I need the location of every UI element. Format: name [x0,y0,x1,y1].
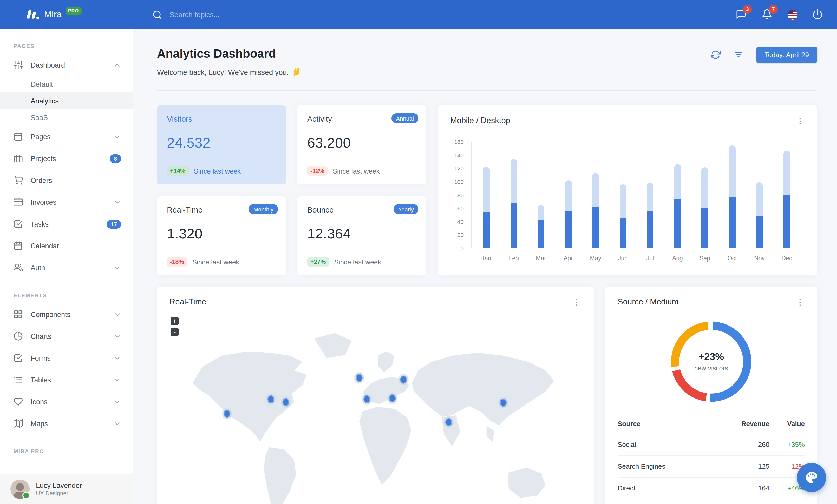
stat-card-activity: Activity Annual 63.200 -12%Since last we… [297,106,426,184]
sidebar-item-charts[interactable]: Charts [0,325,132,347]
column-header-source: Source [618,417,713,434]
welcome-message: Welcome back, Lucy! We've missed you. [157,67,302,77]
sidebar-item-projects[interactable]: Projects 8 [0,148,132,169]
chart-title: Mobile / Desktop [450,116,510,125]
sidebar-item-invoices[interactable]: Invoices [0,191,132,213]
main-content: Analytics Dashboard Welcome back, Lucy! … [132,29,837,504]
palette-icon [805,471,818,484]
sidebar-item-dashboard[interactable]: Dashboard [0,54,132,76]
user-name: Lucy Lavender [36,481,82,490]
chart-menu-button[interactable] [796,116,806,126]
sidebar-item-icons[interactable]: Icons [0,391,132,413]
x-axis-label: Nov [754,255,765,261]
x-axis-label: Sep [699,255,710,261]
online-status-dot [22,491,30,499]
map-marker[interactable] [224,410,230,417]
sidebar-item-pages[interactable]: Pages [0,126,132,148]
sidebar-user[interactable]: Lucy Lavender UX Designer [0,474,132,504]
y-axis-tick: 60 [458,205,464,211]
tasks-count-badge: 17 [107,220,121,228]
sidebar-item-forms[interactable]: Forms [0,347,132,369]
sidebar-item-label: Charts [31,332,52,340]
sidebar-item-label: Components [31,311,70,318]
stat-note: Since last week [192,258,239,266]
realtime-map-card: Real-Time + - [157,287,594,504]
bar-jan: Jan [483,142,490,248]
refresh-icon [710,50,720,60]
chevron-down-icon [113,133,121,141]
y-axis-tick: 100 [454,179,464,185]
filter-button[interactable] [733,49,745,60]
bar-jul: Jul [647,142,654,248]
notifications-button[interactable]: 7 [762,9,773,20]
messages-button[interactable]: 3 [736,9,747,20]
map-marker[interactable] [268,396,274,403]
pro-badge: PRO [66,7,82,15]
x-axis-label: Aug [672,255,683,261]
sidebar-subitem-default[interactable]: Default [0,76,132,93]
sliders-icon [14,60,23,70]
kebab-menu-icon [796,116,805,126]
map-marker[interactable] [400,376,407,383]
x-axis-label: Jun [618,255,628,261]
sidebar-item-label: Auth [31,264,45,272]
y-axis-tick: 20 [458,232,464,238]
map-marker[interactable] [389,395,395,402]
y-axis-tick: 140 [454,152,464,158]
calendar-icon [14,241,23,250]
donut-chart: +23% new visitors [667,318,755,405]
map-icon [14,419,23,428]
layout-icon [14,132,23,141]
source-cell: Direct [618,477,713,499]
sidebar-item-calendar[interactable]: Calendar [0,235,132,257]
y-axis-tick: 0 [461,245,464,251]
sidebar-item-label: Calendar [31,242,59,250]
brand[interactable]: Mira PRO [0,10,132,20]
map-zoom-in-button[interactable]: + [171,317,179,325]
bar-chart-plot: JanFebMarAprMayJunJulAugSepOctNovDec [471,142,804,248]
date-range-button[interactable]: Today: April 29 [756,47,817,63]
revenue-cell: 260 [713,434,769,455]
navbar-actions: 3 7 [736,9,837,20]
sidebar-subitem-saas[interactable]: SaaS [0,109,132,126]
stat-card-bounce: Bounce Yearly 12.364 +27%Since last week [297,197,426,275]
search-bar [152,10,285,19]
map-marker[interactable] [356,374,362,381]
sidebar-item-tables[interactable]: Tables [0,369,132,391]
theme-settings-button[interactable] [797,463,826,492]
sidebar-item-components[interactable]: Components [0,303,132,325]
sidebar-item-maps[interactable]: Maps [0,413,132,434]
map-marker[interactable] [364,396,370,403]
source-menu-button[interactable] [796,297,806,307]
sidebar-item-orders[interactable]: Orders [0,169,132,191]
sidebar-nav: PAGES Dashboard Default Analytics SaaS P… [0,29,132,474]
kebab-menu-icon [796,298,805,307]
power-icon [812,9,823,20]
x-axis-label: Mar [536,255,546,261]
header-divider [157,90,817,91]
map-menu-button[interactable] [572,297,582,307]
language-us-flag-icon[interactable] [788,10,798,19]
world-map[interactable]: + - [162,315,588,504]
stat-delta-badge: +27% [307,257,329,266]
sidebar-subitem-analytics[interactable]: Analytics [0,93,132,109]
sidebar-item-auth[interactable]: Auth [0,257,132,279]
section-label-elements: ELEMENTS [14,292,132,298]
map-marker[interactable] [446,418,452,426]
chevron-down-icon [113,311,121,318]
chevron-down-icon [113,198,121,206]
sidebar-item-label: Invoices [31,198,56,206]
kebab-menu-icon [572,298,581,307]
map-zoom-out-button[interactable]: - [171,328,179,336]
stat-period-badge: Annual [391,113,418,123]
map-marker[interactable] [500,399,506,406]
x-axis-label: Feb [509,255,519,261]
refresh-button[interactable] [710,49,722,60]
sidebar-item-tasks[interactable]: Tasks 17 [0,213,132,235]
shopping-cart-icon [14,175,23,185]
search-input[interactable] [168,10,285,19]
sign-out-button[interactable] [812,9,823,20]
map-marker[interactable] [283,398,289,406]
source-medium-title: Source / Medium [618,297,678,306]
map-title: Real-Time [170,297,207,306]
